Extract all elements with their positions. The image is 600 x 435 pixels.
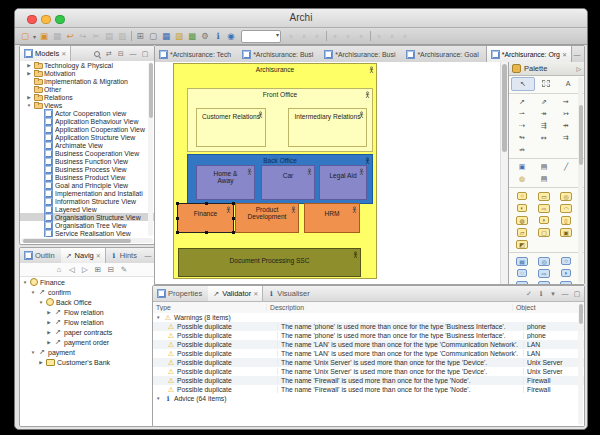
pin-icon[interactable]: ⌂ [54,265,64,275]
paste-icon[interactable]: ▥ [116,30,128,42]
tab-validator[interactable]: Validator ✕ [208,286,263,301]
link-with-editor-icon[interactable]: ⇄ [104,49,114,59]
table-row[interactable]: ▼ Warnings (8 items) [153,313,584,322]
open-icon[interactable]: ▣ [38,30,50,42]
tree-item[interactable]: Business Cooperation View [20,149,154,157]
selection-handle[interactable] [205,231,208,234]
tree-item[interactable]: Application Cooperation View [20,125,154,133]
table-row[interactable]: Possible duplicate The name 'LAN' is use… [153,340,584,349]
business-element-tool[interactable]: ▣ [555,226,577,238]
toolbar-separator[interactable] [129,30,133,42]
minimize-icon[interactable]: — [143,251,153,261]
cut-icon[interactable]: ✂ [90,30,102,42]
expand-arrow-icon[interactable]: ▼ [156,396,162,401]
application-element-tool[interactable]: ▤ [511,255,533,267]
application-element-tool[interactable]: ○ [555,255,577,267]
tree-item[interactable]: Actor Cooperation view [20,109,154,117]
vertical-scrollbar[interactable] [148,62,153,236]
new-window-icon[interactable]: ▢ [147,30,159,42]
toolbar-separator[interactable] [324,30,328,42]
tab-properties[interactable]: Properties [153,286,208,301]
tree-item[interactable]: Business Function View [20,157,154,165]
editor-tab[interactable]: *Archisurance: Busi [320,46,402,62]
new-dropdown-caret[interactable]: ▾ [32,30,37,42]
expand-arrow-icon[interactable]: ▼ [156,315,162,320]
misc-tool[interactable]: ◍ [511,173,533,185]
table-row[interactable]: Possible duplicate The name 'Firewall' i… [153,376,584,385]
toolbar-separator[interactable] [368,30,372,42]
close-icon[interactable]: ✕ [61,50,66,57]
tree-item[interactable]: Application Behaviour View [20,117,154,125]
undo-icon[interactable]: ↩ [64,30,76,42]
selection-handle[interactable] [176,217,179,220]
settings-icon[interactable]: ⚙ [199,30,211,42]
back-icon[interactable]: ◁ [67,265,77,275]
search-icon[interactable] [92,49,102,59]
new-icon[interactable]: ▢ [19,30,31,42]
align-left-icon[interactable]: ▫ [285,30,297,42]
sketch-icon[interactable]: ▨ [173,30,185,42]
save-icon[interactable]: ▦ [51,30,63,42]
relation-tool[interactable]: ⇝ [555,96,577,108]
editor-tab[interactable]: *Archisurance: Org ✕ [486,46,572,62]
tree-item[interactable]: Application Structure View [20,133,154,141]
copy-icon[interactable]: ▤ [103,30,115,42]
tree-item[interactable]: ▼ confirm [20,287,154,297]
palette-scrollbar[interactable] [578,77,583,283]
relation-tool[interactable]: ↗ [511,96,533,108]
front-office-node[interactable]: Front Office Customer Relations Intermed… [187,88,373,152]
relation-tool[interactable]: ⇶ [533,120,555,132]
application-element-tool[interactable]: ▥ [511,279,533,284]
maximize-icon[interactable]: ▢ [572,289,582,299]
show-target-icon[interactable]: ⊞ [93,265,103,275]
tree-item[interactable]: ▶ Relations [20,93,154,101]
align-top-icon[interactable]: ▫ [329,30,341,42]
business-element-tool[interactable]: ◗ [533,214,555,226]
relation-tool[interactable]: ↣ [555,108,577,120]
legal-aid-node[interactable]: Legal Aid [319,165,367,200]
home-away-node[interactable]: Home & Away [196,165,255,200]
misc-tool[interactable]: ▣ [511,161,533,173]
business-element-tool[interactable]: ▭ [533,190,555,202]
tab-visualiser[interactable]: Visualiser [263,286,315,301]
tree-item[interactable]: ▶ Flow relation [20,317,154,327]
diagram-canvas[interactable]: Archisurance Front Office Customer Relat… [155,62,508,284]
tree-item[interactable]: Organisation Structure View [20,213,154,221]
tree-item[interactable]: ▼ payment [20,347,154,357]
minimize-icon[interactable]: — [572,49,582,59]
tab-hints[interactable]: Hints [106,248,143,263]
scrollbar-thumb[interactable] [23,239,131,243]
relation-tool[interactable]: ↬ [511,132,533,144]
expand-arrow-icon[interactable]: ▶ [26,71,32,76]
product-development-node[interactable]: Product Development [235,203,299,233]
misc-tool[interactable]: ╱ [555,161,577,173]
tree-item[interactable]: Archimate View [20,141,154,149]
expand-arrow-icon[interactable]: ▼ [30,350,36,355]
table-row[interactable]: Possible duplicate The name 'Unix Server… [153,367,584,376]
expand-arrow-icon[interactable]: ▼ [30,290,36,295]
align-center-icon[interactable]: ▫ [298,30,310,42]
tab-navigator[interactable]: Navig ✕ [61,248,106,263]
relation-tool[interactable]: ↭ [533,132,555,144]
relation-tool[interactable]: ↠ [533,108,555,120]
match-height-icon[interactable]: ▫ [386,30,398,42]
close-icon[interactable]: ✕ [96,252,101,259]
intermediary-relations-node[interactable]: Intermediary Relations [288,108,367,147]
editor-tab[interactable]: *Archisurance: Goal [402,46,485,62]
business-element-tool[interactable]: ▯ [555,214,577,226]
minimize-icon[interactable]: — [560,289,570,299]
scrollbar-thumb[interactable] [579,304,583,324]
column-object[interactable]: Object [512,304,584,311]
tree-item[interactable]: Other [20,85,154,93]
selection-handle[interactable] [205,202,208,205]
business-element-tool[interactable]: ⇨ [533,202,555,214]
relation-tool[interactable]: ⇸ [555,120,577,132]
validate-icon[interactable]: ✓ [524,289,534,299]
tree-item[interactable]: ▼ Back Office [20,297,154,307]
tree-item[interactable]: ▶ Customer's Bank [20,357,154,367]
info-icon[interactable]: ℹ [212,30,224,42]
table-row[interactable]: Possible duplicate The name 'Unix Server… [153,358,584,367]
tab-outline[interactable]: Outlin [20,248,61,263]
close-icon[interactable]: ✕ [562,51,567,58]
table-row[interactable]: Possible duplicate The name 'LAN' is use… [153,349,584,358]
